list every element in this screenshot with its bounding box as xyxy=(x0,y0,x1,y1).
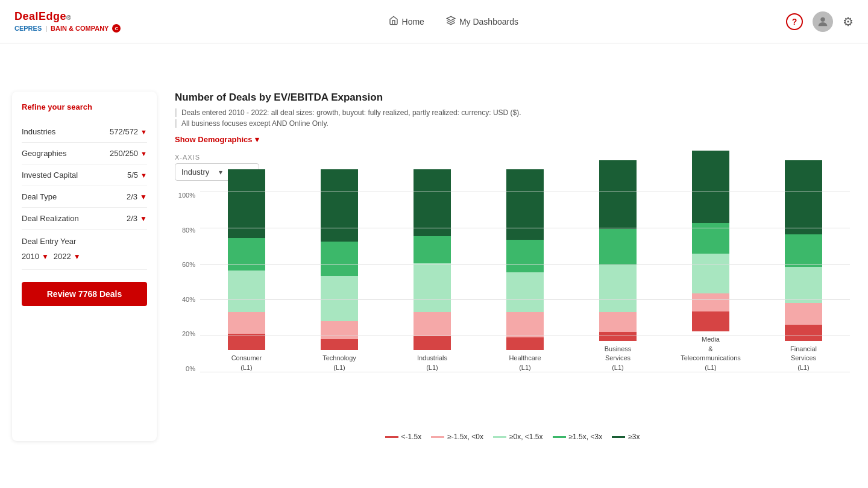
legend-item: ≥1.5x, <3x xyxy=(553,433,603,441)
bar-segment-1 xyxy=(692,293,729,311)
bar-group: Business Services (L1) xyxy=(577,160,658,372)
y-label-40: 40% xyxy=(182,296,199,303)
filter-deal-type[interactable]: Deal Type 2/3 ▼ xyxy=(22,186,147,208)
y-label-100: 100% xyxy=(178,192,199,199)
bar-segment-4 xyxy=(506,169,544,240)
user-avatar[interactable] xyxy=(813,11,833,32)
industries-value[interactable]: 572/572 ▼ xyxy=(110,127,147,136)
svg-marker-0 xyxy=(447,16,454,20)
bar-group: Consumer (L1) xyxy=(206,169,287,372)
y-label-80: 80% xyxy=(182,227,199,234)
bar-chart: 100% 80% 60% 40% 20% 0% xyxy=(175,192,850,421)
deal-entry-year-label: Deal Entry Year xyxy=(22,237,147,246)
deal-realization-funnel-icon: ▼ xyxy=(140,214,147,223)
sidebar-title: Refine your search xyxy=(22,102,147,111)
bar-segment-4 xyxy=(785,160,822,234)
bar-segment-2 xyxy=(599,265,637,312)
filter-geographies[interactable]: Geographies 250/250 ▼ xyxy=(22,143,147,164)
bar-segment-0 xyxy=(599,332,637,341)
nav-dashboards[interactable]: My Dashboards xyxy=(446,16,518,27)
bar-segment-4 xyxy=(599,160,637,229)
year-to-select[interactable]: 2022 ▼ xyxy=(54,252,81,261)
bar-label: Industrials (L1) xyxy=(417,354,447,372)
legend-color-dash xyxy=(612,436,625,438)
invested-capital-value[interactable]: 5/5 ▼ xyxy=(127,170,147,180)
chart-title: Number of Deals by EV/EBITDA Expansion xyxy=(175,92,850,104)
demographics-chevron-icon: ▾ xyxy=(255,135,259,144)
main-nav: Home My Dashboards xyxy=(389,16,518,27)
filter-deal-realization[interactable]: Deal Realization 2/3 ▼ xyxy=(22,208,147,230)
nav-home[interactable]: Home xyxy=(389,16,424,27)
bar-group: Healthcare (L1) xyxy=(485,169,565,372)
legend-color-dash xyxy=(431,436,444,438)
deal-entry-year-section: Deal Entry Year 2010 ▼ 2022 ▼ xyxy=(22,230,147,270)
bar-label: Technology (L1) xyxy=(322,354,356,372)
bar-segment-3 xyxy=(785,234,822,267)
bar-label: Consumer (L1) xyxy=(231,354,262,372)
bars-container: Consumer (L1)Technology (L1)Industrials … xyxy=(200,192,850,372)
legend-item: ≥0x, <1.5x xyxy=(493,433,543,441)
show-demographics-button[interactable]: Show Demographics ▾ xyxy=(175,135,850,144)
deal-type-count: 2/3 xyxy=(127,192,137,201)
bar-segment-0 xyxy=(414,336,451,350)
bar-segment-0 xyxy=(506,337,544,350)
y-axis: 100% 80% 60% 40% 20% 0% xyxy=(175,192,199,372)
bar-segment-1 xyxy=(599,312,637,332)
bar-segment-4 xyxy=(321,169,358,242)
deal-realization-value[interactable]: 2/3 ▼ xyxy=(127,214,147,223)
logo-separator: | xyxy=(45,25,47,32)
bar-label: Media & Telecommunications (L1) xyxy=(681,335,741,372)
bar-segment-0 xyxy=(692,311,729,331)
year-from-value: 2010 xyxy=(22,252,39,261)
y-label-60: 60% xyxy=(182,261,199,268)
industries-count: 572/572 xyxy=(110,127,138,136)
bar-segment-3 xyxy=(599,229,637,265)
bar-segment-4 xyxy=(414,169,451,236)
bar-segment-3 xyxy=(692,223,729,254)
chart-area: Number of Deals by EV/EBITDA Expansion D… xyxy=(169,92,856,441)
bar-segment-2 xyxy=(692,254,729,293)
industries-dropdown-icon: ▼ xyxy=(140,128,147,136)
year-range-selectors: 2010 ▼ 2022 ▼ xyxy=(22,252,147,261)
y-label-20: 20% xyxy=(182,330,199,337)
geographies-value[interactable]: 250/250 ▼ xyxy=(110,149,147,158)
bar-label: Business Services (L1) xyxy=(605,345,632,372)
legend-label: ≥0x, <1.5x xyxy=(509,433,543,441)
legend-item: <-1.5x xyxy=(385,433,422,441)
bar-group: Financial Services (L1) xyxy=(763,160,844,372)
stacked-bar xyxy=(692,151,729,331)
bar-segment-4 xyxy=(692,151,729,223)
stacked-bar xyxy=(506,169,544,350)
help-button[interactable]: ? xyxy=(786,13,803,30)
logo-cepres: CEPRES xyxy=(14,25,42,32)
logo: DealEdge® CEPRES | BAIN & COMPANY C xyxy=(14,10,121,33)
filter-invested-capital[interactable]: Invested Capital 5/5 ▼ xyxy=(22,164,147,186)
review-deals-button[interactable]: Review 7768 Deals xyxy=(22,282,147,306)
bar-segment-0 xyxy=(785,325,822,341)
chart-legend: <-1.5x≥-1.5x, <0x≥0x, <1.5x≥1.5x, <3x≥3x xyxy=(175,433,850,441)
year-from-select[interactable]: 2010 ▼ xyxy=(22,252,49,261)
home-icon xyxy=(389,16,398,27)
bain-circle-icon: C xyxy=(112,24,121,33)
legend-color-dash xyxy=(493,436,506,438)
header-actions: ? ⚙ xyxy=(786,11,854,32)
bar-label: Financial Services (L1) xyxy=(790,345,817,372)
year-to-value: 2022 xyxy=(54,252,71,261)
legend-color-dash xyxy=(553,436,566,438)
deal-realization-count: 2/3 xyxy=(127,214,137,223)
logo-bain: BAIN & COMPANY xyxy=(51,25,108,32)
bar-segment-2 xyxy=(414,263,451,312)
legend-label: ≥1.5x, <3x xyxy=(569,433,603,441)
filter-industries[interactable]: Industries 572/572 ▼ xyxy=(22,121,147,143)
stacked-bar xyxy=(228,169,265,350)
bar-segment-2 xyxy=(506,272,544,312)
stacked-bar xyxy=(414,169,451,350)
year-to-arrow-icon: ▼ xyxy=(74,252,81,261)
settings-icon[interactable]: ⚙ xyxy=(843,14,854,29)
bar-segment-3 xyxy=(506,240,544,272)
bar-segment-1 xyxy=(506,312,544,337)
bar-segment-2 xyxy=(785,267,822,303)
deal-realization-label: Deal Realization xyxy=(22,214,79,223)
geographies-dropdown-icon: ▼ xyxy=(140,150,147,157)
deal-type-value[interactable]: 2/3 ▼ xyxy=(127,192,147,201)
